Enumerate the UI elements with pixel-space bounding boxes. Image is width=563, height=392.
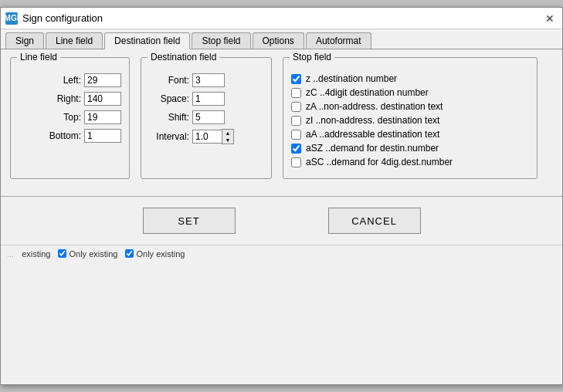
- shift-input[interactable]: [192, 110, 225, 124]
- stop-field-checkboxes: z ..destination number zC ..4digit desti…: [291, 73, 529, 167]
- tab-options[interactable]: Options: [253, 32, 304, 49]
- space-row: Space:: [149, 92, 263, 106]
- right-input[interactable]: [84, 92, 121, 106]
- set-button[interactable]: SET: [143, 208, 236, 234]
- spin-down-button[interactable]: ▼: [222, 137, 233, 144]
- top-input[interactable]: [84, 110, 121, 124]
- right-label: Right:: [46, 93, 81, 104]
- bottom-row: Bottom:: [19, 129, 121, 143]
- bottom-check-2: Only existing: [125, 249, 185, 259]
- line-field-group: Line field Left: Right: Top: Bottom:: [10, 57, 130, 179]
- checkbox-za[interactable]: [291, 102, 301, 112]
- checkbox-row-4: aA ..addressable destination text: [291, 129, 529, 140]
- bottom-check1-label: Only existing: [69, 249, 117, 259]
- bottom-checkbox-1[interactable]: [58, 249, 66, 258]
- dest-field-title: Destination field: [148, 52, 219, 63]
- checkbox-aa-label: aA ..addressable destination text: [306, 129, 439, 140]
- font-row: Font:: [149, 73, 263, 87]
- tab-line-field[interactable]: Line field: [46, 32, 103, 49]
- checkbox-asz[interactable]: [291, 144, 301, 154]
- tab-stop-field[interactable]: Stop field: [192, 32, 250, 49]
- stop-field-group: Stop field z ..destination number zC ..4…: [283, 57, 538, 179]
- bottom-checkbox-2[interactable]: [125, 249, 134, 258]
- font-input[interactable]: [192, 73, 225, 87]
- interval-row: Interval: ▲ ▼: [149, 129, 263, 144]
- interval-input[interactable]: [192, 130, 222, 144]
- dialog: MGI Sign configuration ✕ Sign Line field…: [0, 7, 563, 385]
- checkbox-za-label: zA ..non-address. destination text: [306, 101, 443, 112]
- title-bar-left: MGI Sign configuration: [5, 12, 103, 25]
- shift-label: Shift:: [149, 112, 189, 123]
- checkbox-zc[interactable]: [291, 88, 301, 98]
- close-button[interactable]: ✕: [542, 11, 558, 26]
- bottom-bar: ... existing Only existing Only existing: [1, 245, 562, 262]
- checkbox-asc-label: aSC ..demand for 4dig.dest.number: [306, 157, 453, 167]
- checkbox-z-label: z ..destination number: [306, 73, 397, 84]
- checkbox-zi-label: zI ..non-address. destination text: [306, 115, 439, 126]
- interval-label: Interval:: [149, 131, 189, 142]
- bottom-label: Bottom:: [46, 130, 81, 141]
- checkbox-zi[interactable]: [291, 116, 301, 126]
- checkbox-asz-label: aSZ ..demand for destin.number: [306, 143, 439, 154]
- checkbox-row-1: zC ..4digit destination number: [291, 87, 529, 98]
- checkbox-row-2: zA ..non-address. destination text: [291, 101, 529, 112]
- interval-input-wrap: ▲ ▼: [192, 129, 234, 144]
- space-label: Space:: [149, 93, 189, 104]
- bottom-ellipsis: ...: [7, 249, 14, 259]
- tab-destination-field[interactable]: Destination field: [104, 32, 190, 49]
- checkbox-asc[interactable]: [291, 157, 301, 167]
- top-label: Top:: [46, 112, 81, 123]
- shift-row: Shift:: [149, 110, 263, 124]
- tab-sign[interactable]: Sign: [5, 32, 44, 49]
- content-area: Line field Left: Right: Top: Bottom:: [1, 49, 562, 187]
- left-row: Left:: [19, 73, 121, 87]
- dialog-title: Sign configuration: [22, 12, 103, 24]
- checkbox-z[interactable]: [291, 74, 301, 84]
- bottom-text1: existing: [22, 249, 50, 259]
- checkbox-zc-label: zC ..4digit destination number: [306, 87, 429, 98]
- stop-field-title: Stop field: [290, 52, 334, 63]
- dest-field-group: Destination field Font: Space: Shift: In…: [141, 57, 272, 179]
- bottom-input[interactable]: [84, 129, 121, 143]
- app-icon: MGI: [5, 12, 18, 25]
- checkbox-row-3: zI ..non-address. destination text: [291, 115, 529, 126]
- checkbox-aa[interactable]: [291, 130, 301, 140]
- interval-spinner: ▲ ▼: [222, 129, 234, 144]
- font-label: Font:: [149, 75, 189, 86]
- left-label: Left:: [46, 75, 81, 86]
- cancel-button[interactable]: CANCEL: [328, 208, 421, 234]
- title-bar: MGI Sign configuration ✕: [1, 8, 562, 29]
- spin-up-button[interactable]: ▲: [222, 130, 233, 137]
- checkbox-row-0: z ..destination number: [291, 73, 529, 84]
- bottom-check-1: Only existing: [58, 249, 117, 259]
- checkbox-row-6: aSC ..demand for 4dig.dest.number: [291, 157, 529, 167]
- tab-bar: Sign Line field Destination field Stop f…: [1, 29, 562, 49]
- line-field-title: Line field: [17, 52, 60, 63]
- bottom-check2-label: Only existing: [136, 249, 185, 259]
- right-row: Right:: [19, 92, 121, 106]
- footer: SET CANCEL: [1, 197, 562, 245]
- top-row: Top:: [19, 110, 121, 124]
- space-input[interactable]: [192, 92, 225, 106]
- checkbox-row-5: aSZ ..demand for destin.number: [291, 143, 529, 154]
- tab-autoformat[interactable]: Autoformat: [306, 32, 371, 49]
- left-input[interactable]: [84, 73, 121, 87]
